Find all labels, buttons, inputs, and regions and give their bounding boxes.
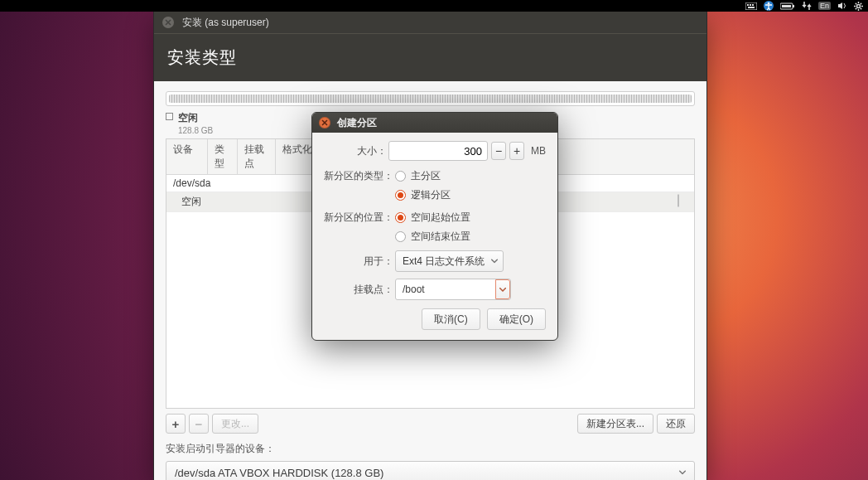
use-as-label: 用于： xyxy=(324,255,395,269)
add-partition-button[interactable]: + xyxy=(166,414,186,434)
size-decrement-button[interactable]: − xyxy=(491,142,506,160)
svg-rect-9 xyxy=(782,5,791,7)
system-indicator-bar: En xyxy=(0,0,868,12)
create-partition-dialog: 创建分区 大小： − + MB 新分区的类型： 主分区 xyxy=(311,112,558,341)
dialog-title: 创建分区 xyxy=(337,116,377,130)
accessibility-icon[interactable] xyxy=(764,1,774,11)
svg-rect-8 xyxy=(793,5,794,7)
chevron-down-icon xyxy=(495,279,510,299)
mount-point-value: /boot xyxy=(403,284,425,295)
col-device[interactable]: 设备 xyxy=(166,139,208,174)
cell-device: /dev/sda xyxy=(166,175,217,192)
radio-primary[interactable]: 主分区 xyxy=(395,169,451,183)
size-increment-button[interactable]: + xyxy=(509,142,524,160)
page-title: 安装类型 xyxy=(167,46,237,69)
col-mount[interactable]: 挂载点 xyxy=(238,139,276,174)
mount-point-label: 挂载点： xyxy=(324,283,395,297)
page-header: 安装类型 xyxy=(154,33,706,81)
language-indicator[interactable]: En xyxy=(818,2,831,10)
chevron-down-icon xyxy=(491,259,498,264)
legend-free-label: 空闲 xyxy=(178,111,213,125)
svg-line-15 xyxy=(856,2,856,3)
type-label: 新分区的类型： xyxy=(324,167,395,183)
change-partition-button[interactable]: 更改... xyxy=(212,414,258,434)
legend-swatch-icon xyxy=(166,113,173,120)
partition-toolbar: + − 更改... 新建分区表... 还原 xyxy=(166,414,695,434)
cell-free: 空闲 xyxy=(166,192,208,211)
bootloader-label: 安装启动引导器的设备： xyxy=(166,442,695,456)
partition-bar[interactable] xyxy=(166,91,695,106)
bootloader-value: /dev/sda ATA VBOX HARDDISK (128.8 GB) xyxy=(175,467,383,479)
svg-line-18 xyxy=(856,7,856,8)
radio-end-label: 空间结束位置 xyxy=(411,230,470,244)
svg-line-17 xyxy=(861,2,861,3)
size-input[interactable] xyxy=(388,141,488,161)
svg-rect-0 xyxy=(745,2,757,10)
radio-location-end[interactable]: 空间结束位置 xyxy=(395,230,470,244)
radio-logical[interactable]: 逻辑分区 xyxy=(395,188,451,202)
svg-rect-3 xyxy=(752,4,754,6)
svg-line-16 xyxy=(861,7,861,8)
radio-location-begin[interactable]: 空间起始位置 xyxy=(395,211,470,225)
chevron-down-icon xyxy=(679,471,686,475)
dialog-titlebar: 创建分区 xyxy=(312,113,557,133)
revert-button[interactable]: 还原 xyxy=(657,414,695,434)
format-checkbox[interactable] xyxy=(678,194,679,207)
filesystem-value: Ext4 日志文件系统 xyxy=(403,255,485,269)
volume-icon[interactable] xyxy=(837,2,847,10)
radio-logical-label: 逻辑分区 xyxy=(411,188,451,202)
radio-primary-label: 主分区 xyxy=(411,169,441,183)
battery-icon[interactable] xyxy=(780,2,795,10)
filesystem-select[interactable]: Ext4 日志文件系统 xyxy=(395,250,504,272)
remove-partition-button[interactable]: − xyxy=(189,414,209,434)
dialog-cancel-button[interactable]: 取消(C) xyxy=(422,308,480,330)
window-close-button[interactable] xyxy=(162,17,174,28)
col-type[interactable]: 类型 xyxy=(208,139,238,174)
window-title: 安装 (as superuser) xyxy=(182,16,269,30)
gear-icon[interactable] xyxy=(854,2,863,11)
keyboard-icon[interactable] xyxy=(745,2,757,10)
size-label: 大小： xyxy=(324,144,388,158)
window-titlebar: 安装 (as superuser) xyxy=(154,12,706,33)
svg-point-10 xyxy=(857,4,861,7)
location-label: 新分区的位置： xyxy=(324,209,395,225)
bootloader-select[interactable]: /dev/sda ATA VBOX HARDDISK (128.8 GB) xyxy=(166,461,695,480)
svg-rect-1 xyxy=(747,4,749,6)
svg-rect-2 xyxy=(750,4,751,6)
new-partition-table-button[interactable]: 新建分区表... xyxy=(577,414,653,434)
dialog-close-button[interactable] xyxy=(319,117,330,128)
legend-free-size: 128.8 GB xyxy=(178,126,213,135)
svg-point-6 xyxy=(768,2,770,5)
size-unit: MB xyxy=(531,145,546,157)
svg-rect-4 xyxy=(748,7,755,8)
network-icon[interactable] xyxy=(802,1,812,11)
mount-point-combo[interactable]: /boot xyxy=(395,279,511,300)
radio-begin-label: 空间起始位置 xyxy=(411,211,470,225)
dialog-ok-button[interactable]: 确定(O) xyxy=(487,308,546,330)
